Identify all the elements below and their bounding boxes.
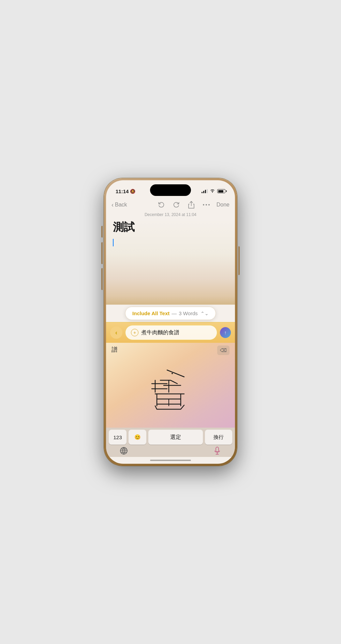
nav-actions: Done — [157, 200, 229, 210]
handwriting-svg — [136, 365, 205, 419]
svg-point-4 — [172, 373, 173, 374]
include-badge-count: 3 Words — [179, 310, 198, 316]
globe-key[interactable] — [109, 447, 139, 455]
home-bar — [150, 460, 191, 461]
undo-button[interactable] — [157, 200, 166, 210]
input-row: ‹ + 煮牛肉麵的食譜 ↑ — [106, 322, 235, 343]
emoji-key-label: 😊 — [134, 434, 141, 440]
include-badge-container: Include All Text — 3 Words ⌃⌄ — [106, 305, 235, 322]
battery-icon — [217, 189, 225, 193]
include-badge-label: Include All Text — [132, 310, 169, 316]
collapse-button[interactable]: ‹ — [110, 326, 122, 339]
nav-bar: ‹ Back — [106, 199, 235, 212]
share-button[interactable] — [187, 200, 196, 210]
handwriting-area[interactable]: 譜 ⌫ — [106, 343, 235, 428]
handwriting-top-bar: 譜 ⌫ — [106, 343, 235, 356]
mute-switch[interactable] — [101, 226, 103, 237]
text-input-field[interactable]: 煮牛肉麵的食譜 — [141, 329, 211, 336]
handwriting-canvas[interactable] — [106, 356, 235, 428]
add-attachment-button[interactable]: + — [131, 329, 138, 336]
num-key-label: 123 — [113, 434, 122, 440]
include-badge-chevron-icon: ⌃⌄ — [201, 311, 209, 316]
keyboard-bottom: 123 😊 選定 換行 — [106, 428, 235, 457]
note-timestamp: December 13, 2024 at 11:04 — [106, 212, 235, 217]
svg-point-1 — [203, 204, 204, 205]
volume-up-button[interactable] — [101, 242, 103, 264]
collapse-arrow-icon: ‹ — [115, 329, 117, 336]
newline-key[interactable]: 換行 — [205, 430, 232, 445]
more-button[interactable] — [202, 200, 211, 210]
confirm-key-label: 選定 — [170, 434, 181, 441]
num-key[interactable]: 123 — [109, 430, 127, 445]
wifi-icon — [210, 188, 215, 194]
char-suggestion[interactable]: 譜 — [112, 346, 118, 354]
include-badge-separator: — — [172, 310, 177, 316]
power-button[interactable] — [238, 246, 240, 275]
delete-icon: ⌫ — [220, 348, 227, 353]
mute-icon: 🔕 — [130, 189, 135, 194]
newline-key-label: 換行 — [213, 434, 224, 441]
mic-key[interactable] — [203, 447, 233, 455]
dynamic-island — [150, 184, 191, 196]
signal-icon — [202, 189, 208, 193]
send-button[interactable]: ↑ — [220, 327, 231, 338]
time-display: 11:14 — [116, 188, 129, 194]
done-button[interactable]: Done — [217, 202, 229, 208]
note-content-area[interactable]: 測試 — [106, 220, 235, 305]
volume-down-button[interactable] — [101, 268, 103, 290]
emoji-key[interactable]: 😊 — [129, 430, 146, 445]
svg-point-2 — [206, 204, 207, 205]
phone-screen: 11:14 🔕 — [106, 180, 235, 464]
back-button[interactable]: ‹ Back — [112, 201, 127, 209]
redo-button[interactable] — [172, 200, 181, 210]
svg-point-3 — [208, 204, 210, 205]
text-input-container[interactable]: + 煮牛肉麵的食譜 — [125, 325, 217, 340]
svg-rect-6 — [216, 447, 219, 452]
keyboard-spacer — [141, 447, 201, 455]
note-title: 測試 — [113, 220, 228, 235]
keyboard-row-2 — [109, 447, 232, 455]
back-label: Back — [115, 202, 127, 208]
status-time: 11:14 🔕 — [116, 188, 135, 194]
confirm-key[interactable]: 選定 — [148, 430, 203, 445]
phone-frame: 11:14 🔕 — [104, 178, 237, 466]
battery-fill — [218, 190, 223, 193]
home-indicator — [106, 457, 235, 464]
include-all-text-badge[interactable]: Include All Text — 3 Words ⌃⌄ — [125, 307, 216, 320]
text-cursor — [113, 239, 114, 246]
keyboard-row-1: 123 😊 選定 換行 — [109, 430, 232, 445]
status-icons — [202, 188, 225, 194]
delete-char-button[interactable]: ⌫ — [217, 346, 229, 355]
send-arrow-icon: ↑ — [224, 330, 227, 335]
svg-point-0 — [212, 192, 213, 193]
plus-icon: + — [133, 330, 136, 335]
back-arrow-icon: ‹ — [112, 201, 114, 209]
